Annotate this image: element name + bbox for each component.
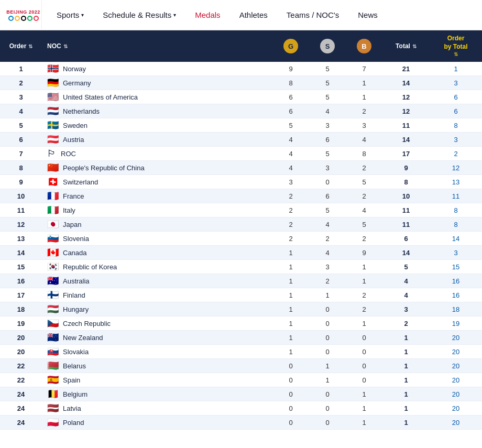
cell-order-by-total: 20 [430,388,482,400]
cell-order: 22 [0,360,42,372]
cell-gold: 2 [272,204,309,216]
table-row[interactable]: 19 🇨🇿 Czech Republic 1 0 1 2 19 [0,316,482,331]
noc-name: Czech Republic [63,320,111,327]
table-row[interactable]: 18 🇭🇺 Hungary 1 0 2 3 18 [0,302,482,316]
cell-order-by-total: 2 [430,148,482,160]
cell-order: 15 [0,261,42,273]
table-row[interactable]: 15 🇰🇷 Republic of Korea 1 3 1 5 15 [0,260,482,274]
noc-name: Germany [63,79,91,87]
table-row[interactable]: 24 🇱🇻 Latvia 0 0 1 1 20 [0,401,482,416]
table-row[interactable]: 9 🇨🇭 Switzerland 3 0 5 8 13 [0,175,482,189]
cell-gold: 1 [272,247,309,259]
table-row[interactable]: 24 🇵🇱 Poland 0 0 1 1 20 [0,416,482,430]
flag-icon: 🇫🇮 [47,290,59,300]
table-row[interactable]: 20 🇳🇿 New Zealand 1 0 0 1 20 [0,331,482,345]
cell-bronze: 0 [346,374,382,386]
cell-noc: 🇰🇷 Republic of Korea [42,260,272,274]
flag-icon: 🇩🇪 [47,78,59,88]
cell-silver: 1 [309,374,346,386]
cell-gold: 0 [272,402,309,414]
logo[interactable]: BEIJING 2022 [5,0,42,30]
th-noc[interactable]: NOC ⇅ [42,38,272,54]
cell-total: 1 [382,388,430,400]
cell-order: 22 [0,374,42,386]
noc-name: Japan [63,221,81,228]
cell-order-by-total: 20 [430,417,482,429]
table-row[interactable]: 2 🇩🇪 Germany 8 5 1 14 3 [0,76,482,90]
cell-silver: 2 [309,233,346,245]
th-silver: S [309,35,346,58]
cell-gold: 6 [272,91,309,103]
cell-bronze: 1 [346,77,382,89]
cell-noc: 🇨🇭 Switzerland [42,175,272,189]
cell-gold: 8 [272,77,309,89]
cell-noc: 🇳🇱 Netherlands [42,104,272,118]
table-row[interactable]: 22 🇧🇾 Belarus 0 1 0 1 20 [0,359,482,373]
cell-total: 1 [382,417,430,429]
noc-name: People's Republic of China [63,164,145,172]
cell-noc: 🇪🇸 Spain [42,373,272,387]
table-row[interactable]: 22 🇪🇸 Spain 0 1 0 1 20 [0,373,482,387]
nav-item-athletes[interactable]: Athletes [230,0,277,30]
nav-item-schedule[interactable]: Schedule & Results ▾ [93,0,185,30]
cell-total: 14 [382,77,430,89]
table-row[interactable]: 5 🇸🇪 Sweden 5 3 3 11 8 [0,118,482,133]
noc-name: Hungary [63,305,89,313]
cell-silver: 0 [309,346,346,358]
table-row[interactable]: 10 🇫🇷 France 2 6 2 10 11 [0,189,482,203]
cell-gold: 1 [272,275,309,287]
noc-name: Poland [63,419,84,427]
cell-order: 6 [0,134,42,146]
flag-icon: 🇨🇭 [47,177,59,187]
th-order[interactable]: Order ⇅ [0,38,42,54]
nav-item-news[interactable]: News [348,0,387,30]
table-row[interactable]: 1 🇳🇴 Norway 9 5 7 21 1 [0,62,482,76]
cell-bronze: 9 [346,247,382,259]
cell-bronze: 8 [346,148,382,160]
th-order-by-total[interactable]: Order by Total ⇅ [430,30,482,62]
cell-noc: 🇨🇦 Canada [42,246,272,259]
cell-total: 1 [382,332,430,344]
table-row[interactable]: 8 🇨🇳 People's Republic of China 4 3 2 9 … [0,161,482,175]
cell-silver: 5 [309,91,346,103]
cell-order: 4 [0,105,42,117]
cell-gold: 0 [272,360,309,372]
cell-gold: 5 [272,119,309,132]
cell-total: 1 [382,360,430,372]
flag-icon: 🇫🇷 [47,191,59,201]
table-row[interactable]: 20 🇸🇰 Slovakia 1 0 0 1 20 [0,345,482,359]
table-row[interactable]: 13 🇸🇮 Slovenia 2 2 2 6 14 [0,232,482,246]
table-row[interactable]: 14 🇨🇦 Canada 1 4 9 14 3 [0,246,482,260]
cell-noc: 🇱🇻 Latvia [42,401,272,415]
cell-gold: 1 [272,303,309,315]
flag-icon: 🇮🇹 [47,205,59,215]
noc-name: Austria [63,136,84,144]
cell-bronze: 2 [346,233,382,245]
flag-icon: 🇦🇹 [47,135,59,144]
table-row[interactable]: 16 🇦🇺 Australia 1 2 1 4 16 [0,274,482,288]
table-row[interactable]: 6 🇦🇹 Austria 4 6 4 14 3 [0,133,482,147]
table-row[interactable]: 24 🇧🇪 Belgium 0 0 1 1 20 [0,387,482,401]
cell-order: 17 [0,289,42,301]
table-row[interactable]: 17 🇫🇮 Finland 1 1 2 4 16 [0,288,482,302]
cell-total: 6 [382,233,430,245]
table-row[interactable]: 4 🇳🇱 Netherlands 6 4 2 12 6 [0,104,482,118]
table-row[interactable]: 7 🏳 ROC 4 5 8 17 2 [0,147,482,161]
cell-silver: 5 [309,204,346,216]
cell-bronze: 2 [346,162,382,174]
cell-order: 5 [0,119,42,132]
nav-item-medals[interactable]: Medals [185,0,229,30]
noc-name: Republic of Korea [63,263,117,271]
table-row[interactable]: 11 🇮🇹 Italy 2 5 4 11 8 [0,203,482,217]
cell-total: 12 [382,91,430,103]
nav-item-teams[interactable]: Teams / NOC's [277,0,348,30]
cell-gold: 1 [272,289,309,301]
table-row[interactable]: 3 🇺🇸 United States of America 6 5 1 12 6 [0,90,482,104]
cell-bronze: 2 [346,190,382,202]
table-row[interactable]: 12 🇯🇵 Japan 2 4 5 11 8 [0,217,482,232]
cell-noc: 🇸🇰 Slovakia [42,345,272,358]
flag-icon: 🇨🇳 [47,163,59,172]
nav-item-sports[interactable]: Sports ▾ [47,0,93,30]
th-total[interactable]: Total ⇅ [382,38,430,54]
cell-order: 11 [0,204,42,216]
